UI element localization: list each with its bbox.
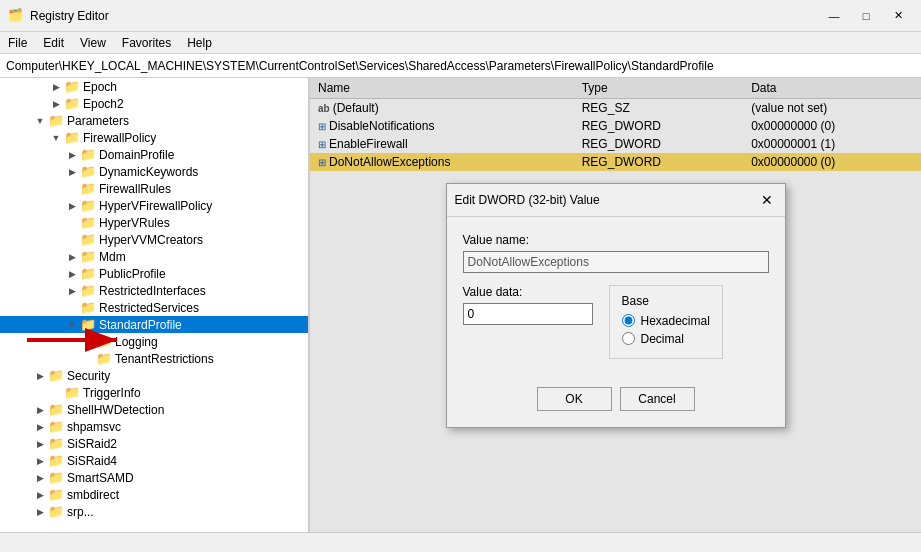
tree-label-tenantrestrictions: TenantRestrictions bbox=[115, 352, 214, 366]
tree-item-srp[interactable]: ▶ 📁 srp... bbox=[0, 503, 308, 520]
folder-icon-restrictedinterfaces: 📁 bbox=[80, 283, 96, 298]
tree-item-shellhwdetection[interactable]: ▶ 📁 ShellHWDetection bbox=[0, 401, 308, 418]
address-bar: Computer\HKEY_LOCAL_MACHINE\SYSTEM\Curre… bbox=[0, 54, 921, 78]
tree-item-firewallrules[interactable]: 📁 FirewallRules bbox=[0, 180, 308, 197]
radio-dec-row: Decimal bbox=[622, 332, 710, 346]
menu-help[interactable]: Help bbox=[179, 34, 220, 51]
tree-item-firewallpolicy[interactable]: ▼ 📁 FirewallPolicy bbox=[0, 129, 308, 146]
dialog-overlay: Edit DWORD (32-bit) Value ✕ Value name: … bbox=[310, 78, 921, 532]
tree-item-logging[interactable]: 📁 Logging bbox=[0, 333, 308, 350]
expander-domainprofile: ▶ bbox=[64, 150, 80, 160]
folder-icon-shellhwdetection: 📁 bbox=[48, 402, 64, 417]
tree-label-hypervfirewallpolicy: HyperVFirewallPolicy bbox=[99, 199, 212, 213]
expander-firewallrules bbox=[64, 184, 80, 194]
tree-item-standardprofile[interactable]: ▼ 📁 StandardProfile bbox=[0, 316, 308, 333]
minimize-button[interactable]: — bbox=[819, 6, 849, 26]
tree-label-security: Security bbox=[67, 369, 110, 383]
tree-item-sisraid2[interactable]: ▶ 📁 SiSRaid2 bbox=[0, 435, 308, 452]
tree-label-firewallpolicy: FirewallPolicy bbox=[83, 131, 156, 145]
tree-pane[interactable]: ▶ 📁 Epoch ▶ 📁 Epoch2 ▼ 📁 Parameters ▼ 📁 bbox=[0, 78, 310, 532]
folder-icon-logging: 📁 bbox=[96, 334, 112, 349]
tree-label-sisraid4: SiSRaid4 bbox=[67, 454, 117, 468]
tree-label-domainprofile: DomainProfile bbox=[99, 148, 174, 162]
radio-decimal[interactable] bbox=[622, 332, 635, 345]
tree-item-epoch2[interactable]: ▶ 📁 Epoch2 bbox=[0, 95, 308, 112]
tree-item-tenantrestrictions[interactable]: 📁 TenantRestrictions bbox=[0, 350, 308, 367]
folder-icon-publicprofile: 📁 bbox=[80, 266, 96, 281]
tree-label-triggerinfo: TriggerInfo bbox=[83, 386, 141, 400]
tree-item-triggerinfo[interactable]: 📁 TriggerInfo bbox=[0, 384, 308, 401]
expander-shpamsvc: ▶ bbox=[32, 422, 48, 432]
tree-item-hypervrules[interactable]: 📁 HyperVRules bbox=[0, 214, 308, 231]
tree-item-parameters[interactable]: ▼ 📁 Parameters bbox=[0, 112, 308, 129]
tree-item-security[interactable]: ▶ 📁 Security bbox=[0, 367, 308, 384]
expander-restrictedservices bbox=[64, 303, 80, 313]
tree-label-standardprofile: StandardProfile bbox=[99, 318, 182, 332]
tree-item-hypervvmcreators[interactable]: 📁 HyperVVMCreators bbox=[0, 231, 308, 248]
menu-file[interactable]: File bbox=[0, 34, 35, 51]
folder-icon-sisraid4: 📁 bbox=[48, 453, 64, 468]
folder-icon-security: 📁 bbox=[48, 368, 64, 383]
expander-smartsamd: ▶ bbox=[32, 473, 48, 483]
title-bar-text: Registry Editor bbox=[30, 9, 109, 23]
menu-favorites[interactable]: Favorites bbox=[114, 34, 179, 51]
tree-label-epoch2: Epoch2 bbox=[83, 97, 124, 111]
folder-icon-firewallpolicy: 📁 bbox=[64, 130, 80, 145]
dialog-close-button[interactable]: ✕ bbox=[757, 190, 777, 210]
tree-item-smbdirect[interactable]: ▶ 📁 smbdirect bbox=[0, 486, 308, 503]
tree-label-restrictedinterfaces: RestrictedInterfaces bbox=[99, 284, 206, 298]
tree-item-restrictedservices[interactable]: 📁 RestrictedServices bbox=[0, 299, 308, 316]
tree-item-mdm[interactable]: ▶ 📁 Mdm bbox=[0, 248, 308, 265]
expander-restrictedinterfaces: ▶ bbox=[64, 286, 80, 296]
expander-smbdirect: ▶ bbox=[32, 490, 48, 500]
radio-decimal-label: Decimal bbox=[641, 332, 684, 346]
tree-item-hypervfirewallpolicy[interactable]: ▶ 📁 HyperVFirewallPolicy bbox=[0, 197, 308, 214]
tree-label-hypervrules: HyperVRules bbox=[99, 216, 170, 230]
expander-hypervvmcreators bbox=[64, 235, 80, 245]
cancel-button[interactable]: Cancel bbox=[620, 387, 695, 411]
tree-label-sisraid2: SiSRaid2 bbox=[67, 437, 117, 451]
radio-hex-row: Hexadecimal bbox=[622, 314, 710, 328]
tree-item-publicprofile[interactable]: ▶ 📁 PublicProfile bbox=[0, 265, 308, 282]
tree-item-sisraid4[interactable]: ▶ 📁 SiSRaid4 bbox=[0, 452, 308, 469]
main-content: ▶ 📁 Epoch ▶ 📁 Epoch2 ▼ 📁 Parameters ▼ 📁 bbox=[0, 78, 921, 532]
radio-hexadecimal[interactable] bbox=[622, 314, 635, 327]
folder-icon-srp: 📁 bbox=[48, 504, 64, 519]
folder-icon-epoch2: 📁 bbox=[64, 96, 80, 111]
menu-view[interactable]: View bbox=[72, 34, 114, 51]
expander-standardprofile: ▼ bbox=[64, 320, 80, 330]
folder-icon-standardprofile: 📁 bbox=[80, 317, 96, 332]
folder-icon-hypervvmcreators: 📁 bbox=[80, 232, 96, 247]
tree-item-smartsamd[interactable]: ▶ 📁 SmartSAMD bbox=[0, 469, 308, 486]
base-label: Base bbox=[622, 294, 710, 308]
value-data-section: Value data: bbox=[463, 285, 593, 325]
tree-item-domainprofile[interactable]: ▶ 📁 DomainProfile bbox=[0, 146, 308, 163]
expander-sisraid2: ▶ bbox=[32, 439, 48, 449]
menu-edit[interactable]: Edit bbox=[35, 34, 72, 51]
maximize-button[interactable]: □ bbox=[851, 6, 881, 26]
folder-icon-tenantrestrictions: 📁 bbox=[96, 351, 112, 366]
folder-icon-parameters: 📁 bbox=[48, 113, 64, 128]
menu-bar: File Edit View Favorites Help bbox=[0, 32, 921, 54]
tree-label-shellhwdetection: ShellHWDetection bbox=[67, 403, 164, 417]
tree-item-restrictedinterfaces[interactable]: ▶ 📁 RestrictedInterfaces bbox=[0, 282, 308, 299]
expander-dynamickeywords: ▶ bbox=[64, 167, 80, 177]
expander-logging bbox=[80, 337, 96, 347]
value-data-input[interactable] bbox=[463, 303, 593, 325]
folder-icon-dynamickeywords: 📁 bbox=[80, 164, 96, 179]
tree-item-epoch[interactable]: ▶ 📁 Epoch bbox=[0, 78, 308, 95]
value-name-input[interactable] bbox=[463, 251, 769, 273]
tree-item-dynamickeywords[interactable]: ▶ 📁 DynamicKeywords bbox=[0, 163, 308, 180]
expander-shellhwdetection: ▶ bbox=[32, 405, 48, 415]
close-button[interactable]: ✕ bbox=[883, 6, 913, 26]
title-bar: 🗂️ Registry Editor — □ ✕ bbox=[0, 0, 921, 32]
expander-epoch2: ▶ bbox=[48, 99, 64, 109]
expander-srp: ▶ bbox=[32, 507, 48, 517]
ok-button[interactable]: OK bbox=[537, 387, 612, 411]
app-container: 🗂️ Registry Editor — □ ✕ File Edit View … bbox=[0, 0, 921, 552]
radio-hexadecimal-label: Hexadecimal bbox=[641, 314, 710, 328]
tree-label-hypervvmcreators: HyperVVMCreators bbox=[99, 233, 203, 247]
tree-item-shpamsvc[interactable]: ▶ 📁 shpamsvc bbox=[0, 418, 308, 435]
folder-icon-shpamsvc: 📁 bbox=[48, 419, 64, 434]
tree-label-restrictedservices: RestrictedServices bbox=[99, 301, 199, 315]
